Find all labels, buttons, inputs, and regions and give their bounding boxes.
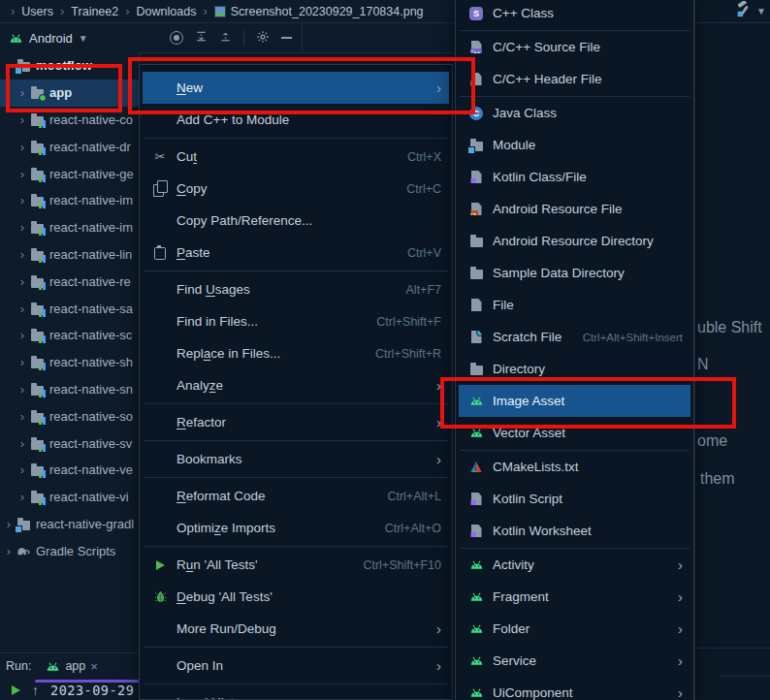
menu-item-label: Reformat Code [176, 489, 266, 503]
tree-item-react-native-vi[interactable]: ›react-native-vi [0, 484, 139, 511]
chevron-right-icon[interactable]: › [16, 275, 29, 288]
menu-item-directory[interactable]: Directory [459, 353, 690, 385]
chevron-right-icon[interactable]: › [16, 141, 29, 153]
collapse-all-icon[interactable] [219, 30, 232, 46]
menu-item-reformat-code[interactable]: Reformat CodeCtrl+Alt+L [143, 480, 449, 512]
menu-item-debug-all-tests[interactable]: Debug 'All Tests' [143, 581, 449, 613]
chevron-right-icon[interactable]: › [16, 463, 29, 476]
menu-item-file[interactable]: File [459, 289, 690, 321]
tree-item-mootflow[interactable]: ›mootflow [0, 52, 139, 80]
menu-item-open-in[interactable]: Open In› [143, 650, 449, 682]
chevron-right-icon[interactable]: › [16, 302, 29, 315]
menu-shortcut: Ctrl+Alt+O [373, 522, 441, 535]
menu-item-sample-data-directory[interactable]: Sample Data Directory [459, 257, 690, 289]
tree-item-react-native-sa[interactable]: ›react-native-sa [0, 295, 139, 322]
menu-item-analyze[interactable]: Analyze› [143, 369, 449, 401]
menu-item-find-in-files[interactable]: Find in Files...Ctrl+Shift+F [143, 305, 449, 337]
chevron-right-icon[interactable]: › [16, 356, 29, 368]
tree-item-gradle-scripts[interactable]: ›Gradle Scripts [0, 537, 139, 564]
menu-item-kotlin-class-file[interactable]: Kotlin Class/File [459, 161, 690, 193]
project-view-selector[interactable]: Android ▼ [0, 23, 96, 52]
tree-item-react-native-lin[interactable]: ›react-native-lin [0, 241, 139, 269]
menu-item-android-resource-file[interactable]: <>Android Resource File [459, 193, 690, 225]
menu-item-image-asset[interactable]: Image Asset [459, 385, 690, 417]
chevron-right-icon[interactable]: › [16, 194, 29, 207]
chevron-right-icon[interactable]: › [16, 168, 29, 180]
breadcrumb-users[interactable]: Users [21, 5, 53, 18]
tree-item-react-native-im[interactable]: ›react-native-im [0, 187, 139, 214]
menu-item-find-usages[interactable]: Find UsagesAlt+F7 [143, 273, 449, 305]
menu-item-module[interactable]: Module [459, 129, 690, 161]
project-toolbar: Android ▼ [0, 23, 454, 53]
run-tab-app[interactable]: app × [45, 658, 97, 674]
breadcrumb-downloads[interactable]: Downloads [137, 5, 197, 18]
target-icon[interactable] [170, 31, 183, 45]
chevron-right-icon[interactable]: › [16, 86, 29, 99]
tree-item-app[interactable]: ›app [0, 80, 139, 107]
library-module-folder-icon [29, 490, 45, 505]
menu-item-java-class[interactable]: CJava Class [459, 97, 690, 129]
menu-item-cmakelists-txt[interactable]: CMakeLists.txt [459, 451, 690, 483]
caret-down-icon[interactable]: ▼ [756, 6, 766, 16]
menu-item-new[interactable]: New› [143, 72, 449, 104]
menu-item-fragment[interactable]: Fragment› [459, 581, 690, 613]
up-arrow-icon[interactable]: ↑ [32, 684, 39, 697]
settings-gear-icon[interactable] [256, 30, 270, 47]
chevron-right-icon[interactable]: › [16, 410, 29, 423]
tree-item-react-native-gradl[interactable]: ›react-native-gradl [0, 511, 139, 538]
menu-item-paste[interactable]: PasteCtrl+V [143, 237, 449, 269]
chevron-right-icon[interactable]: › [16, 491, 29, 503]
chevron-right-icon[interactable]: › [16, 383, 29, 396]
menu-item-vector-asset[interactable]: Vector Asset [459, 417, 690, 449]
tree-item-react-native-re[interactable]: ›react-native-re [0, 268, 139, 295]
menu-item-add-c-to-module[interactable]: Add C++ to Module [143, 104, 449, 136]
menu-item-bookmarks[interactable]: Bookmarks› [143, 443, 449, 475]
menu-item-uicomponent[interactable]: UiComponent› [459, 677, 690, 700]
tree-item-react-native-ve[interactable]: ›react-native-ve [0, 457, 139, 484]
chevron-right-icon[interactable]: › [16, 113, 29, 126]
chevron-right-icon[interactable]: › [16, 329, 29, 341]
library-module-folder-icon [29, 435, 45, 451]
menu-item-copy[interactable]: CopyCtrl+C [143, 173, 449, 205]
tree-item-react-native-sn[interactable]: ›react-native-sn [0, 376, 139, 403]
menu-item-activity[interactable]: Activity› [459, 549, 690, 581]
menu-item-kotlin-worksheet[interactable]: Kotlin Worksheet [459, 515, 690, 547]
tree-item-react-native-im[interactable]: ›react-native-im [0, 214, 139, 241]
menu-item-local-history[interactable]: Local History› [143, 686, 449, 700]
menu-item-android-resource-directory[interactable]: Android Resource Directory [459, 225, 690, 257]
menu-item-kotlin-script[interactable]: Kotlin Script [459, 483, 690, 515]
menu-item-copy-path-reference[interactable]: Copy Path/Reference... [143, 205, 449, 237]
menu-item-replace-in-files[interactable]: Replace in Files...Ctrl+Shift+R [143, 337, 449, 369]
breadcrumb-screenshot-20230929-170834-png[interactable]: Screenshot_20230929_170834.png [214, 5, 424, 18]
menu-item-more-run-debug[interactable]: More Run/Debug› [143, 613, 449, 645]
menu-item-refactor[interactable]: Refactor› [143, 406, 449, 438]
menu-item-c-c-source-file[interactable]: C++C/C++ Source File [459, 31, 690, 63]
tree-item-label: react-native-sc [49, 328, 132, 342]
tree-item-react-native-co[interactable]: ›react-native-co [0, 107, 139, 134]
expand-all-icon[interactable] [195, 30, 208, 46]
menu-item-cut[interactable]: ✂CutCtrl+X [143, 141, 449, 173]
tree-item-react-native-so[interactable]: ›react-native-so [0, 402, 139, 430]
chevron-right-icon[interactable]: › [16, 437, 29, 450]
breadcrumb-trainee2[interactable]: Trainee2 [71, 5, 118, 18]
hint-fragment: N [697, 356, 709, 373]
tree-item-react-native-sv[interactable]: ›react-native-sv [0, 430, 139, 457]
chevron-right-icon[interactable]: › [16, 248, 29, 261]
build-hammer-icon[interactable] [734, 1, 754, 22]
tree-item-react-native-dr[interactable]: ›react-native-dr [0, 133, 139, 160]
hide-panel-icon[interactable] [281, 37, 292, 39]
menu-item-scratch-file[interactable]: Scratch FileCtrl+Alt+Shift+Insert [459, 321, 690, 353]
menu-item-folder[interactable]: Folder› [459, 613, 690, 645]
tree-item-react-native-sc[interactable]: ›react-native-sc [0, 322, 139, 349]
menu-item-run-all-tests[interactable]: Run 'All Tests'Ctrl+Shift+F10 [143, 549, 449, 581]
menu-item-c-c-header-file[interactable]: HC/C++ Header File [459, 63, 690, 95]
chevron-right-icon[interactable]: › [16, 221, 29, 234]
menu-item-service[interactable]: Service› [459, 645, 690, 677]
tree-item-react-native-ge[interactable]: ›react-native-ge [0, 160, 139, 187]
chevron-right-icon[interactable]: › [2, 545, 16, 557]
tree-item-react-native-sh[interactable]: ›react-native-sh [0, 349, 139, 376]
close-icon[interactable]: × [90, 660, 98, 673]
rerun-icon[interactable] [12, 685, 20, 695]
menu-item-optimize-imports[interactable]: Optimize ImportsCtrl+Alt+O [143, 512, 449, 544]
menu-item-c-class[interactable]: SC++ Class [459, 0, 690, 29]
